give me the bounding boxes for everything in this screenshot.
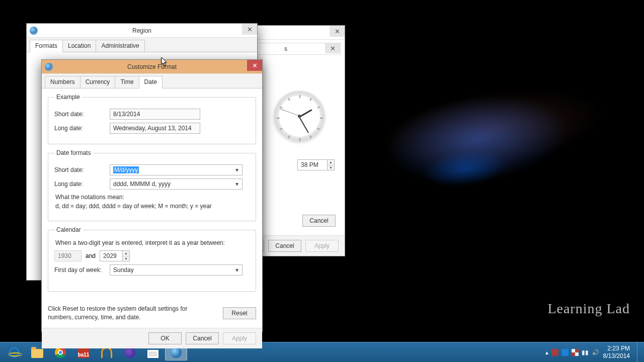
customize-tabs: Numbers Currency Time Date — [42, 74, 262, 88]
date-time-title — [285, 29, 286, 36]
inner-panel-title: s — [284, 45, 287, 52]
globe-icon — [45, 63, 53, 71]
network-icon[interactable]: ▮▮ — [582, 349, 589, 356]
chrome-icon — [55, 347, 66, 358]
tray-time: 2:23 PM — [603, 345, 630, 352]
ok-button[interactable]: OK — [148, 332, 182, 344]
globe-icon — [171, 347, 182, 358]
spinner-arrows[interactable]: ▲ ▼ — [123, 250, 130, 261]
cancel-button[interactable]: Cancel — [186, 332, 219, 344]
reset-row: Click Reset to restore the system defaul… — [42, 302, 262, 328]
first-day-combo[interactable]: Sunday ▾ — [110, 264, 243, 276]
headphones-icon — [101, 347, 112, 358]
tab-administrative[interactable]: Administrative — [96, 40, 144, 52]
tab-numbers[interactable]: Numbers — [45, 76, 80, 88]
tab-time[interactable]: Time — [115, 76, 139, 88]
year-to-field[interactable] — [100, 250, 123, 261]
action-center-icon[interactable] — [572, 349, 579, 356]
notation-body: d, dd = day; ddd, dddd = day of week; M … — [55, 202, 249, 211]
long-date-format-label: Long date: — [54, 180, 110, 188]
irfanview-icon: ba11 — [78, 347, 89, 358]
calendar-legend: Calendar — [54, 226, 83, 233]
chevron-up-icon[interactable]: ▴ — [545, 349, 548, 356]
date-formats-group: Date formats Short date: M/d/yyyy ▾ Long… — [48, 149, 256, 221]
reset-button[interactable]: Reset — [223, 307, 256, 319]
region-title: Region — [132, 27, 151, 34]
example-group: Example Short date: 8/13/2014 Long date:… — [48, 94, 256, 144]
close-icon[interactable]: ✕ — [242, 24, 257, 35]
tray-date: 8/13/2014 — [603, 352, 630, 359]
notation-head: What the notations mean: — [55, 193, 249, 202]
customize-format-window: Customize Format ✕ Numbers Currency Time… — [41, 59, 263, 332]
tab-formats[interactable]: Formats — [30, 40, 63, 52]
first-day-label: First day of week: — [54, 266, 110, 274]
notation-note: What the notations mean: d, dd = day; dd… — [55, 193, 249, 211]
calendar-icon — [147, 347, 158, 358]
folder-icon — [31, 349, 43, 358]
time-spinner[interactable]: ▲ ▼ — [297, 159, 335, 170]
and-label: and — [86, 252, 96, 259]
chevron-down-icon[interactable]: ▾ — [233, 266, 241, 274]
long-date-format-value: dddd, MMMM d, yyyy — [113, 180, 171, 188]
calendar-group: Calendar When a two-digit year is entere… — [48, 226, 256, 292]
channel-watermark: Learning Lad — [547, 301, 630, 317]
taskbar-ie[interactable] — [3, 344, 25, 360]
dialog-buttons: OK Cancel Apply — [42, 328, 262, 348]
cancel-button[interactable]: Cancel — [268, 240, 301, 252]
system-clock[interactable]: 2:23 PM 8/13/2014 — [603, 345, 633, 359]
short-date-format-label: Short date: — [54, 166, 110, 173]
bluetooth-icon[interactable] — [561, 349, 569, 356]
date-pane: Example Short date: 8/13/2014 Long date:… — [42, 88, 262, 302]
year-to-spinner[interactable]: ▲ ▼ — [100, 250, 130, 261]
chevron-up-icon[interactable]: ▲ — [123, 251, 129, 256]
long-date-example-value: Wednesday, August 13, 2014 — [110, 123, 200, 134]
spinner-arrows[interactable]: ▲ ▼ — [328, 159, 335, 170]
tab-currency[interactable]: Currency — [80, 76, 116, 88]
analog-clock — [274, 91, 325, 141]
long-date-format-combo[interactable]: dddd, MMMM d, yyyy ▾ — [110, 178, 243, 190]
customize-title: Customize Format — [127, 63, 177, 70]
apply-button[interactable]: Apply — [223, 332, 256, 344]
short-date-example-value: 8/13/2014 — [110, 109, 200, 120]
long-date-example-label: Long date: — [54, 125, 110, 132]
short-date-format-value: M/d/yyyy — [113, 166, 139, 173]
time-field[interactable] — [297, 159, 328, 170]
region-tabs: Formats Location Administrative — [27, 38, 257, 52]
tab-location[interactable]: Location — [62, 40, 96, 52]
reset-note: Click Reset to restore the system defaul… — [48, 305, 189, 322]
first-day-value: Sunday — [113, 266, 134, 274]
region-titlebar[interactable]: Region ✕ — [27, 24, 257, 38]
close-icon[interactable]: ✕ — [330, 26, 345, 37]
app-tray-icon[interactable] — [551, 349, 558, 356]
globe-icon — [30, 27, 38, 35]
letterbox-top — [0, 0, 644, 4]
close-icon[interactable]: ✕ — [325, 43, 340, 53]
tab-date[interactable]: Date — [139, 76, 163, 88]
apply-button[interactable]: Apply — [305, 240, 339, 252]
date-formats-legend: Date formats — [54, 149, 93, 156]
show-desktop-button[interactable] — [637, 342, 641, 363]
eclipse-icon — [124, 347, 135, 358]
customize-titlebar[interactable]: Customize Format ✕ — [42, 60, 262, 74]
chevron-down-icon[interactable]: ▾ — [233, 180, 241, 188]
taskbar-tray: ▴ ▮▮ 🔊 2:23 PM 8/13/2014 — [545, 342, 641, 363]
chevron-up-icon[interactable]: ▲ — [328, 160, 334, 165]
volume-icon[interactable]: 🔊 — [592, 349, 599, 356]
year-from-field — [54, 250, 82, 261]
inner-cancel-button[interactable]: Cancel — [302, 215, 336, 227]
short-date-example-label: Short date: — [54, 111, 110, 118]
short-date-format-combo[interactable]: M/d/yyyy ▾ — [110, 164, 243, 175]
ie-icon — [9, 347, 19, 357]
chevron-down-icon[interactable]: ▼ — [328, 165, 334, 170]
close-icon[interactable]: ✕ — [247, 60, 262, 71]
chevron-down-icon[interactable]: ▼ — [123, 256, 129, 261]
chevron-down-icon[interactable]: ▾ — [233, 166, 241, 173]
tray-icons[interactable]: ▴ ▮▮ 🔊 — [545, 349, 599, 356]
example-legend: Example — [54, 94, 82, 101]
two-digit-note: When a two-digit year is entered, interp… — [55, 238, 249, 247]
